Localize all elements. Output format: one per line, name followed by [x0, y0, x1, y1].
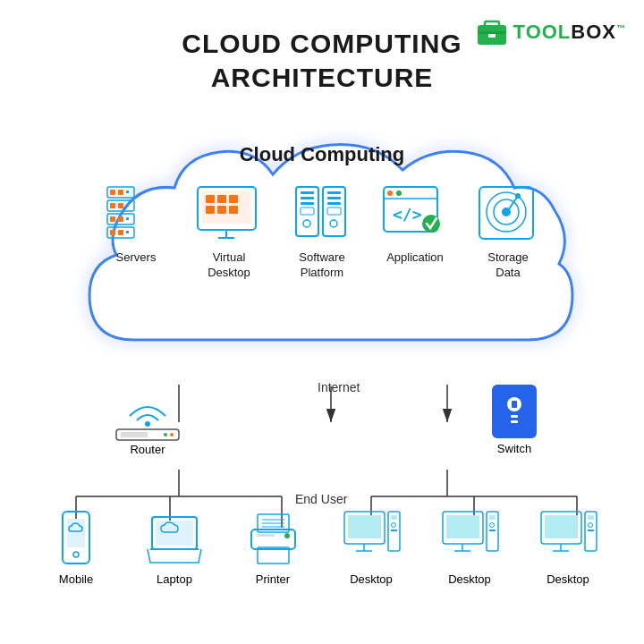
switch-box	[492, 385, 537, 438]
end-user-label: End User	[295, 492, 347, 506]
cloud-item-application: </> Application	[370, 182, 460, 266]
svg-rect-7	[126, 191, 129, 193]
svg-rect-100	[446, 515, 479, 538]
mobile-label: Mobile	[59, 572, 93, 586]
svg-rect-112	[588, 515, 594, 520]
svg-point-71	[164, 433, 167, 436]
svg-rect-11	[126, 204, 129, 207]
svg-point-72	[170, 433, 174, 436]
storage-data-label: StorageData	[487, 250, 529, 281]
switch-area: Switch	[492, 385, 537, 455]
router-icon	[107, 394, 188, 443]
svg-rect-38	[327, 197, 341, 199]
svg-rect-88	[257, 534, 275, 537]
svg-rect-76	[511, 420, 518, 423]
svg-rect-36	[323, 187, 345, 236]
svg-rect-108	[545, 515, 578, 538]
svg-rect-104	[489, 515, 496, 520]
svg-rect-33	[301, 202, 314, 205]
svg-rect-14	[118, 216, 123, 222]
svg-rect-13	[110, 216, 115, 222]
software-platform-label: SoftwarePlatform	[299, 250, 344, 281]
svg-rect-22	[206, 195, 215, 203]
virtual-desktop-label: VirtualDesktop	[208, 250, 250, 281]
end-user-devices: Mobile Laptop	[0, 510, 644, 586]
device-laptop: Laptop	[134, 510, 215, 586]
svg-point-97	[392, 523, 396, 528]
page-title: CLOUD COMPUTING ARCHITECTURE	[0, 27, 644, 94]
cloud-inner: Cloud Computing	[80, 134, 564, 376]
printer-label: Printer	[256, 572, 290, 586]
svg-rect-32	[301, 197, 314, 199]
cloud-items: Servers	[80, 182, 564, 281]
internet-label: Internet	[318, 380, 360, 394]
desktop-2-label: Desktop	[448, 572, 491, 586]
svg-text:</>: </>	[393, 205, 422, 224]
device-desktop-2: Desktop	[429, 510, 510, 586]
svg-rect-34	[301, 208, 314, 215]
svg-rect-96	[391, 515, 397, 520]
svg-point-45	[396, 191, 402, 196]
svg-point-105	[490, 523, 495, 528]
network-section: Internet Router Switch End User	[0, 376, 644, 644]
svg-rect-40	[327, 208, 341, 215]
cloud-item-software-platform: SoftwarePlatform	[277, 182, 367, 281]
svg-rect-39	[327, 202, 341, 205]
svg-rect-75	[511, 415, 518, 418]
device-desktop-3: Desktop	[528, 510, 608, 586]
router-area: Router	[107, 394, 188, 456]
switch-label: Switch	[497, 442, 531, 455]
desktop-1-icon	[340, 510, 402, 568]
svg-point-68	[145, 421, 150, 427]
cloud-label: Cloud Computing	[240, 143, 405, 166]
svg-rect-106	[489, 530, 496, 531]
svg-point-79	[73, 552, 79, 557]
svg-rect-27	[229, 206, 238, 214]
cloud-item-storage-data: StorageData	[463, 182, 553, 281]
svg-rect-15	[126, 217, 129, 220]
svg-rect-31	[301, 191, 314, 194]
mobile-icon	[45, 510, 107, 568]
desktop-3-icon	[537, 510, 599, 568]
svg-point-113	[589, 523, 593, 528]
svg-point-41	[330, 220, 337, 227]
svg-rect-114	[588, 530, 594, 531]
svg-rect-26	[217, 206, 226, 214]
desktop-3-label: Desktop	[547, 572, 589, 586]
storage-data-icon	[472, 182, 544, 245]
servers-label: Servers	[116, 250, 157, 266]
svg-rect-30	[296, 187, 318, 236]
svg-rect-37	[327, 191, 341, 194]
svg-rect-74	[512, 401, 517, 408]
device-printer: Printer	[233, 510, 313, 586]
servers-icon	[100, 182, 172, 245]
cloud-item-virtual-desktop: VirtualDesktop	[184, 182, 274, 281]
svg-point-35	[303, 220, 310, 227]
svg-rect-92	[348, 515, 381, 538]
svg-rect-23	[217, 195, 226, 203]
desktop-2-icon	[438, 510, 501, 568]
virtual-desktop-icon	[193, 182, 265, 245]
svg-point-53	[515, 193, 521, 199]
svg-rect-24	[229, 195, 238, 203]
svg-rect-9	[110, 203, 115, 208]
application-icon: </>	[379, 182, 451, 245]
software-platform-icon	[286, 182, 358, 245]
svg-point-47	[422, 215, 440, 233]
router-label: Router	[130, 443, 165, 456]
svg-rect-18	[118, 230, 123, 235]
desktop-1-label: Desktop	[350, 572, 393, 586]
svg-rect-25	[206, 206, 215, 214]
svg-rect-98	[391, 530, 397, 531]
svg-rect-70	[121, 432, 148, 437]
svg-rect-19	[126, 231, 129, 233]
svg-point-89	[284, 533, 290, 538]
svg-point-44	[387, 191, 393, 196]
cloud-item-servers: Servers	[91, 182, 181, 266]
svg-rect-17	[110, 230, 115, 235]
printer-icon	[242, 510, 304, 568]
svg-rect-6	[118, 190, 123, 195]
svg-rect-10	[118, 203, 123, 208]
device-desktop-1: Desktop	[331, 510, 411, 586]
device-mobile: Mobile	[36, 510, 116, 586]
